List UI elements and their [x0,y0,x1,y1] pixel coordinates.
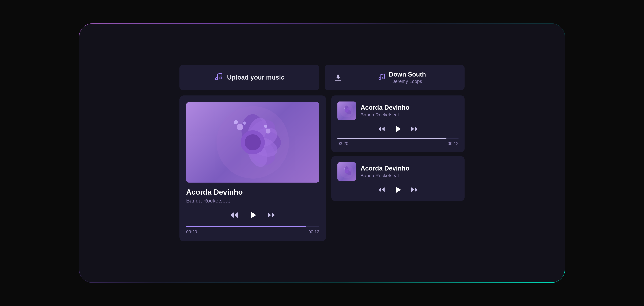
right2-rewind-button[interactable] [378,186,386,194]
right-cards: Acorda Devinho Banda Rocketseat [332,95,464,201]
right-card-2-album-art [338,162,356,181]
svg-point-19 [264,125,267,128]
right2-play-button[interactable] [393,185,403,195]
right2-forward-button[interactable] [410,186,418,194]
main-song-title: Acorda Devinho [186,188,319,196]
right-card-1-album-art [338,102,356,120]
svg-point-0 [215,78,218,80]
right-card-2: Acorda Devinho Banda Rocketseat [332,156,464,201]
svg-point-16 [234,120,238,124]
svg-point-30 [345,170,348,173]
svg-point-15 [237,124,243,130]
main-progress-section: 03:20 00:12 [186,226,319,234]
right-card-1-artist: Banda Rocketseat [360,112,410,118]
right-card-1-title: Acorda Devinho [360,104,410,111]
svg-point-24 [345,109,348,113]
top-row: Upload your music [180,65,464,90]
svg-point-2 [379,78,381,80]
svg-point-17 [243,122,246,125]
download-song-button[interactable]: Down South Jeremy Loops [325,65,464,90]
svg-point-3 [383,77,384,79]
bottom-row: Acorda Devinho Banda Rocketseat [180,95,464,241]
main-progress-fill [186,226,306,227]
main-player-controls [186,209,319,221]
upload-button[interactable]: Upload your music [180,65,319,90]
right-card-1: Acorda Devinho Banda Rocketseat [332,95,464,152]
song-details-top: Down South Jeremy Loops [389,71,426,84]
svg-point-25 [344,108,345,109]
right-card-2-meta: Acorda Devinho Banda Rocketseat [360,165,410,178]
right1-current-time: 03:20 [338,141,348,146]
main-player-card: Acorda Devinho Banda Rocketseat [180,95,326,241]
main-song-artist: Banda Rocketseat [186,198,319,204]
svg-point-14 [245,134,261,151]
right1-rewind-button[interactable] [378,125,386,133]
svg-point-18 [266,129,270,134]
download-song-artist: Jeremy Loops [389,79,426,84]
app-container: Upload your music [180,65,464,241]
main-current-time: 03:20 [186,229,197,234]
right1-progress-fill [338,138,446,139]
right-card-1-header: Acorda Devinho Banda Rocketseat [338,102,458,120]
download-song-title: Down South [389,71,426,78]
main-rewind-button[interactable] [230,210,239,220]
right-card-2-header: Acorda Devinho Banda Rocketseat [338,162,458,181]
right-card-1-meta: Acorda Devinho Banda Rocketseat [360,104,410,118]
main-forward-button[interactable] [267,210,276,220]
upload-label: Upload your music [227,74,284,81]
main-album-art [186,102,319,182]
right1-total-time: 00:12 [448,141,458,146]
right1-play-button[interactable] [393,124,403,134]
right-card-1-controls [338,124,458,134]
right1-time-row: 03:20 00:12 [338,141,458,146]
svg-point-1 [220,77,222,79]
right-card-2-controls [338,185,458,195]
note-icon-small [378,73,386,82]
svg-point-31 [344,168,345,169]
right-card-2-title: Acorda Devinho [360,165,410,172]
right-card-2-artist: Banda Rocketseat [360,173,410,178]
main-total-time: 00:12 [308,229,319,234]
main-time-row: 03:20 00:12 [186,229,319,234]
main-song-meta: Acorda Devinho Banda Rocketseat [186,188,319,204]
main-progress-bar[interactable] [186,226,319,227]
song-info-top: Down South Jeremy Loops [348,71,456,84]
main-play-button[interactable] [247,209,258,221]
right-card-1-progress: 03:20 00:12 [338,138,458,146]
right1-progress-bar[interactable] [338,138,458,139]
device-frame: Upload your music [79,23,565,283]
device-inner: Upload your music [79,24,565,282]
music-note-icon [214,72,223,83]
download-icon [333,72,344,83]
right1-forward-button[interactable] [410,125,418,133]
